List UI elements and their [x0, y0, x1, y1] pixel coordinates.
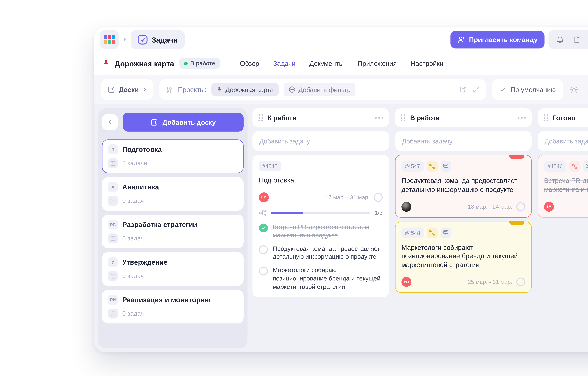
- task-id-badge: #4548: [401, 228, 424, 238]
- gear-icon[interactable]: [569, 85, 578, 94]
- add-task-input[interactable]: Добавить задачу: [253, 131, 389, 151]
- documents-icon[interactable]: [573, 35, 581, 44]
- topbar-icon-group: [548, 30, 588, 49]
- boards-view-switcher[interactable]: Доски: [101, 79, 154, 100]
- drag-handle-icon[interactable]: [258, 114, 263, 121]
- projects-filter-label: Проекты:: [178, 86, 207, 93]
- filter-bar: Доски Проекты: Дорожная карта Добавить ф…: [94, 75, 588, 104]
- drag-handle-icon[interactable]: [544, 114, 548, 121]
- task-card-4547[interactable]: #4547 Продуктовая команда предоставляет …: [395, 155, 532, 218]
- app-tab-tasks[interactable]: Задачи: [131, 30, 185, 49]
- nav-documents[interactable]: Документы: [310, 60, 344, 67]
- board-item-analitika[interactable]: А Аналитика 0 задач: [102, 177, 244, 211]
- workspace-logo-button[interactable]: [100, 30, 119, 49]
- board-initials-badge: У: [108, 257, 118, 267]
- boards-label: Доски: [119, 86, 139, 93]
- checklist-progress-label: 1/3: [375, 210, 383, 216]
- board-small-icon: [108, 271, 118, 281]
- checklist-checkbox-checked[interactable]: [259, 223, 268, 232]
- assignee-avatar[interactable]: ЕМ: [544, 202, 554, 211]
- check-icon: [500, 86, 506, 93]
- kanban-canvas: Добавить доску п Подготовка 3 задачи: [94, 104, 588, 352]
- save-view-icon[interactable]: [460, 85, 468, 94]
- project-nav: Обзор Задачи Документы Приложения Настро…: [240, 60, 443, 67]
- app-tab-label: Задачи: [151, 35, 178, 44]
- complete-task-checkbox[interactable]: [374, 193, 383, 202]
- board-item-strategiya[interactable]: РС Разработка стратегии 0 задач: [102, 215, 244, 248]
- task-card-4545[interactable]: #4545 Подготовка ЕМ 17 мар. - 31 мар.: [253, 155, 389, 297]
- app-window: Задачи Пригласить команду: [94, 27, 588, 352]
- checklist-checkbox[interactable]: [259, 267, 268, 276]
- add-task-input[interactable]: Добавить задачу: [395, 131, 532, 151]
- board-name: Реализация и мониторинг: [122, 296, 212, 304]
- bell-icon[interactable]: [556, 35, 564, 44]
- checklist-progress-bar: [271, 212, 370, 214]
- chevron-right-icon: [143, 87, 147, 92]
- view-preset-select[interactable]: По умолчанию: [492, 79, 563, 100]
- share-button[interactable]: Поделиться: [588, 79, 588, 100]
- column-header: Готово: [537, 108, 588, 127]
- checklist-item-text: Продуктовая команда предоставляет деталь…: [273, 245, 383, 261]
- subtasks-icon: [259, 209, 266, 217]
- board-list: п Подготовка 3 задачи А Аналитика: [102, 139, 244, 324]
- status-dot-icon: [184, 62, 187, 65]
- nav-settings[interactable]: Настройки: [411, 60, 443, 67]
- project-status-badge[interactable]: В работе: [179, 58, 220, 69]
- checklist-item: Встреча PR-директора с отделом маркетинг…: [259, 223, 383, 240]
- task-card-4548[interactable]: #4548 Маркетологи собирают позиционирова…: [395, 221, 532, 293]
- collapse-sidebar-button[interactable]: [102, 114, 118, 130]
- assignee-avatar-photo[interactable]: [401, 202, 411, 211]
- board-task-count: 0 задач: [122, 272, 144, 279]
- complete-task-checkbox[interactable]: [516, 202, 525, 211]
- tasks-check-icon: [138, 35, 148, 44]
- add-task-input[interactable]: Добавить задачу: [537, 131, 588, 151]
- nav-apps[interactable]: Приложения: [358, 60, 397, 67]
- invite-team-label: Пригласить команду: [469, 36, 537, 43]
- checklist: Встреча PR-директора с отделом маркетинг…: [259, 223, 383, 291]
- checklist-item-text: Встреча PR-директора с отделом маркетинг…: [273, 223, 383, 240]
- add-board-button[interactable]: Добавить доску: [123, 113, 244, 132]
- breadcrumb-chevron-icon: [123, 37, 127, 42]
- plus-circle-icon: [289, 86, 295, 93]
- project-header: Дорожная карта В работе Обзор Задачи Док…: [94, 52, 588, 75]
- nav-overview[interactable]: Обзор: [240, 60, 259, 67]
- project-title: Дорожная карта: [115, 59, 174, 68]
- person-plus-icon: [457, 36, 465, 43]
- board-small-icon: [108, 233, 118, 243]
- board-item-podgotovka[interactable]: п Подготовка 3 задачи: [102, 139, 244, 173]
- project-filter-chip[interactable]: Дорожная карта: [212, 83, 278, 96]
- board-task-count: 0 задач: [122, 235, 144, 242]
- priority-flag: [509, 155, 524, 158]
- expand-icon[interactable]: [472, 85, 480, 94]
- nav-tasks[interactable]: Задачи: [273, 60, 296, 67]
- column-v-rabote: В работе Добавить задачу #4547: [395, 108, 532, 348]
- task-title: Подготовка: [259, 176, 383, 185]
- sliders-icon[interactable]: [166, 86, 173, 93]
- checklist-item: Продуктовая команда предоставляет деталь…: [259, 245, 383, 261]
- assignee-avatar[interactable]: ЕМ: [401, 277, 411, 287]
- complete-task-checkbox[interactable]: [516, 278, 525, 286]
- checklist-checkbox[interactable]: [259, 245, 268, 254]
- column-title: Готово: [553, 114, 575, 121]
- column-menu-icon[interactable]: [375, 117, 383, 119]
- assignee-avatar[interactable]: ЕМ: [259, 192, 269, 202]
- board-initials-badge: РС: [108, 219, 118, 230]
- comment-icon: [583, 161, 588, 172]
- add-filter-chip[interactable]: Добавить фильтр: [284, 83, 356, 96]
- column-menu-icon[interactable]: [518, 117, 526, 119]
- column-gotovo: Готово Добавить задачу #4546: [537, 108, 588, 348]
- board-task-count: 3 задачи: [122, 160, 147, 167]
- dependency-icon: [427, 227, 438, 238]
- board-item-utverzhdenie[interactable]: У Утверждение 0 задач: [102, 252, 244, 286]
- priority-flag: [509, 221, 524, 225]
- board-icon: [107, 86, 115, 93]
- filters-container: Проекты: Дорожная карта Добавить фильтр: [160, 79, 486, 100]
- column-title: К работе: [267, 114, 296, 121]
- boards-sidebar: Добавить доску п Подготовка 3 задачи: [98, 108, 247, 348]
- project-chip-label: Дорожная карта: [225, 86, 274, 93]
- drag-handle-icon[interactable]: [401, 114, 405, 121]
- board-initials-badge: А: [108, 182, 118, 192]
- invite-team-button[interactable]: Пригласить команду: [450, 31, 545, 49]
- task-card-4546[interactable]: #4546 Встреча PR-ди: [537, 155, 588, 218]
- board-item-realizaciya[interactable]: РИ Реализация и мониторинг 0 задач: [102, 290, 244, 324]
